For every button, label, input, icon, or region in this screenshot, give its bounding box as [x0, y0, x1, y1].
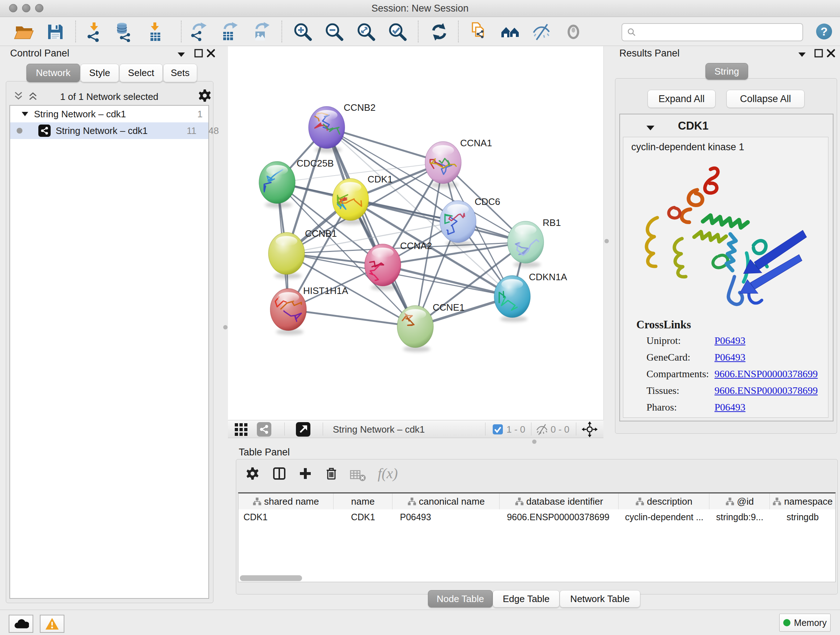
import-network-database-icon[interactable]: [113, 21, 134, 42]
right-splitter-handle[interactable]: [605, 239, 609, 243]
cell-shared-name[interactable]: CDK1: [238, 509, 333, 524]
node-gloss: [372, 248, 393, 258]
network-selection-status: 1 of 1 Network selected: [6, 91, 213, 103]
protein-result-section: CDK1 cyclin-dependent kinase 1: [619, 114, 834, 421]
network-canvas[interactable]: CCNB2CCNA1CDC25BCDK1CDC6RB1CCNB1CCNA2CDK…: [228, 46, 603, 420]
show-columns-icon[interactable]: [272, 466, 286, 481]
export-table-icon[interactable]: [219, 21, 240, 42]
control-panel-close-icon[interactable]: [206, 49, 216, 58]
network-options-gear-icon[interactable]: [197, 88, 212, 103]
help-button[interactable]: ?: [816, 24, 832, 40]
expand-all-button[interactable]: Expand All: [647, 90, 715, 108]
zoom-out-icon[interactable]: [324, 21, 345, 42]
birds-eye-view-icon[interactable]: [500, 21, 521, 42]
memory-status-dot: [783, 619, 790, 626]
global-search-input[interactable]: [639, 27, 802, 38]
selected-nodes-checkbox-icon[interactable]: [493, 424, 503, 434]
zoom-in-icon[interactable]: [292, 21, 313, 42]
separator: [576, 423, 576, 435]
protein-section-collapse-icon[interactable]: [645, 124, 655, 132]
tab-edge-table[interactable]: Edge Table: [493, 590, 560, 608]
left-splitter-handle[interactable]: [223, 325, 227, 329]
tab-network[interactable]: Network: [27, 64, 80, 82]
tab-style[interactable]: Style: [80, 64, 119, 82]
show-all-icon[interactable]: [563, 21, 584, 42]
hide-selected-icon[interactable]: [531, 21, 552, 42]
crosslink-uniprot-link[interactable]: P06493: [714, 335, 745, 347]
open-session-icon[interactable]: [14, 21, 35, 42]
network-edge-HIST1H1A-CCNE1[interactable]: [288, 310, 415, 326]
column-header[interactable]: namespace: [770, 494, 835, 509]
column-header[interactable]: database identifier: [500, 494, 619, 509]
warnings-button[interactable]: [40, 615, 65, 633]
network-row-selected[interactable]: String Network – cdk1 11 48: [10, 122, 208, 139]
save-session-icon[interactable]: [45, 21, 66, 42]
toolbar-separator: [281, 21, 282, 42]
network-view-share-icon[interactable]: [257, 422, 271, 437]
horizontal-scrollbar-thumb[interactable]: [240, 575, 302, 581]
grid-view-icon[interactable]: [234, 422, 248, 437]
column-header[interactable]: shared name: [238, 494, 333, 509]
tab-string-results[interactable]: String: [706, 63, 748, 80]
export-network-icon[interactable]: [188, 21, 209, 42]
node-gloss: [316, 110, 338, 120]
collection-expand-icon[interactable]: [21, 111, 29, 117]
pan-crosshair-icon[interactable]: [582, 421, 598, 437]
cloud-services-button[interactable]: [9, 615, 33, 633]
crosslink-tissues-link[interactable]: 9606.ENSP00000378699: [714, 385, 818, 396]
create-column-icon[interactable]: [298, 466, 313, 481]
horizontal-splitter-handle[interactable]: [532, 440, 537, 444]
tab-select[interactable]: Select: [119, 64, 163, 82]
cell-database-identifier[interactable]: 9606.ENSP00000378699: [500, 509, 619, 524]
results-panel-maximize-icon[interactable]: [814, 49, 823, 58]
window-title: Session: New Session: [0, 3, 840, 14]
detach-view-icon[interactable]: [296, 422, 310, 437]
crosslink-genecard-link[interactable]: P06493: [714, 352, 745, 363]
crosslink-compartments-link[interactable]: 9606.ENSP00000378699: [714, 368, 818, 380]
zoom-selected-icon[interactable]: [387, 21, 408, 42]
tab-sets[interactable]: Sets: [163, 64, 197, 82]
network-list: String Network – cdk1 1 String Network –…: [9, 105, 209, 599]
results-panel-float-icon[interactable]: [797, 51, 807, 58]
column-header[interactable]: name: [333, 494, 393, 509]
collapse-all-button[interactable]: Collapse All: [726, 90, 805, 108]
crosslinks-header: CrossLinks: [636, 318, 691, 331]
clone-network-icon[interactable]: [467, 21, 488, 42]
node-label-CDC6: CDC6: [475, 196, 500, 207]
memory-button[interactable]: Memory: [779, 614, 831, 632]
delete-table-icon-disabled: [349, 468, 366, 482]
cell-description[interactable]: cyclin-dependent ...: [619, 509, 710, 524]
status-bar: Memory: [0, 610, 840, 635]
hidden-counts: 0 - 0: [551, 424, 569, 435]
control-panel-maximize-icon[interactable]: [194, 49, 203, 58]
column-header[interactable]: description: [619, 494, 710, 509]
tab-node-table[interactable]: Node Table: [428, 590, 493, 608]
node-label-CCNB1: CCNB1: [305, 228, 337, 239]
tab-network-table[interactable]: Network Table: [560, 590, 640, 608]
table-options-gear-icon[interactable]: [245, 466, 260, 481]
network-collection-row[interactable]: String Network – cdk1 1: [10, 106, 208, 122]
import-network-file-icon[interactable]: [84, 21, 105, 42]
crosslink-pharos-link[interactable]: P06493: [714, 402, 745, 413]
network-current-dot: [17, 128, 22, 134]
refresh-icon[interactable]: [429, 21, 450, 42]
cell-canonical-name[interactable]: P06493: [393, 509, 500, 524]
search-icon: [627, 27, 637, 37]
cell-namespace[interactable]: stringdb: [770, 509, 835, 524]
export-image-icon[interactable]: [251, 21, 272, 42]
import-table-file-icon[interactable]: [145, 21, 166, 42]
network-edge-CCNB2-CCNE1[interactable]: [327, 127, 415, 326]
delete-column-trash-icon[interactable]: [324, 466, 339, 481]
table-row[interactable]: CDK1 CDK1 P06493 9606.ENSP00000378699 cy…: [238, 509, 835, 524]
control-panel-float-icon[interactable]: [177, 51, 186, 58]
cell-id[interactable]: stringdb:9...: [709, 509, 770, 524]
fit-content-icon[interactable]: [355, 21, 377, 42]
column-header[interactable]: @id: [709, 494, 770, 509]
results-panel-close-icon[interactable]: [826, 49, 836, 58]
node-gloss: [266, 165, 288, 175]
cloud-icon: [13, 617, 29, 630]
cell-name[interactable]: CDK1: [333, 509, 393, 524]
crosslink-label: Uniprot:: [646, 335, 681, 347]
column-header[interactable]: canonical name: [393, 494, 500, 509]
protein-description: cyclin-dependent kinase 1: [631, 141, 744, 153]
